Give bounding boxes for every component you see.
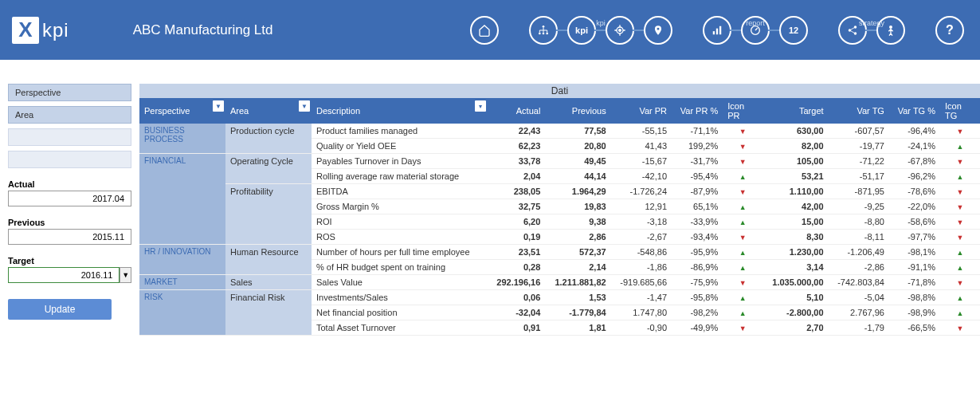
calendar-icon[interactable]: 12: [779, 16, 808, 45]
icontg-cell: ▼: [940, 199, 980, 214]
col-previous[interactable]: Previous: [545, 98, 610, 124]
col-var-tg-pct[interactable]: Var TG %: [889, 98, 940, 124]
home-icon[interactable]: [470, 16, 499, 45]
col-icon-tg[interactable]: Icon TG: [940, 98, 980, 124]
varprpct-cell: -87,9%: [672, 184, 723, 199]
col-var-pr-pct[interactable]: Var PR %: [672, 98, 723, 124]
previous-cell: 572,37: [545, 245, 610, 260]
iconpr-cell: ▼: [723, 230, 762, 245]
actual-input[interactable]: [8, 191, 131, 206]
help-icon[interactable]: ?: [935, 16, 964, 45]
svg-point-5: [619, 29, 621, 31]
col-target[interactable]: Target: [762, 98, 828, 124]
actual-cell: 2,04: [488, 169, 545, 184]
target-input[interactable]: [8, 267, 120, 283]
iconpr-cell: ▼: [723, 275, 762, 290]
crosshair-icon[interactable]: [606, 16, 634, 45]
content: Perspective Area Actual Previous Target …: [0, 84, 980, 336]
target-cell: 630,00: [762, 124, 828, 139]
previous-input[interactable]: [8, 229, 131, 245]
previous-cell: 77,58: [545, 124, 610, 139]
varpr-cell: -548,86: [611, 245, 672, 260]
desc-cell: Payables Turnover in Days: [312, 154, 488, 169]
hierarchy-icon[interactable]: [529, 16, 558, 45]
area-cell: Human Resource: [225, 245, 312, 275]
location-icon[interactable]: [644, 16, 672, 45]
desc-cell: Investments/Sales: [312, 290, 488, 305]
target-dropdown-icon[interactable]: ▼: [120, 267, 131, 283]
desc-cell: Number of hours per full time employee: [312, 245, 488, 260]
vartgpct-cell: -71,8%: [889, 275, 940, 290]
kpi-text-icon[interactable]: kpi: [567, 16, 596, 45]
col-area[interactable]: Area▼: [225, 98, 312, 124]
svg-point-13: [889, 26, 892, 29]
col-icon-pr[interactable]: Icon PR: [723, 98, 762, 124]
icontg-cell: ▲: [940, 290, 980, 305]
actual-cell: 238,05: [488, 184, 545, 199]
chart-icon[interactable]: [703, 16, 731, 45]
vartgpct-cell: -78,6%: [889, 184, 940, 199]
area-cell: Sales: [225, 275, 312, 290]
header-nav: kpi kpi report 12 strategy ?: [470, 0, 964, 60]
iconpr-cell: ▼: [723, 184, 762, 199]
actual-cell: 62,23: [488, 139, 545, 154]
empty-filter-1[interactable]: [8, 128, 131, 146]
varprpct-cell: -31,7%: [672, 154, 723, 169]
vartgpct-cell: -58,6%: [889, 214, 940, 230]
icontg-cell: ▼: [940, 124, 980, 139]
area-cell: Production cycle: [225, 124, 312, 154]
empty-filter-2[interactable]: [8, 151, 131, 168]
actual-cell: 292.196,16: [488, 275, 545, 290]
table-row: BUSINESS PROCESSProduction cycleProduct …: [139, 124, 980, 139]
table-title: Dati: [139, 84, 980, 98]
target-cell: 3,14: [762, 260, 828, 275]
table-row: MARKETSalesSales Value292.196,161.211.88…: [139, 275, 980, 290]
target-cell: 42,00: [762, 199, 828, 214]
target-cell: 5,10: [762, 290, 828, 305]
desc-cell: % of HR budget spent on training: [312, 260, 488, 275]
perspective-cell: FINANCIAL: [139, 154, 225, 245]
iconpr-cell: ▼: [723, 154, 762, 169]
varpr-cell: -2,67: [611, 230, 672, 245]
previous-cell: 2,86: [545, 230, 610, 245]
vartg-cell: -871,95: [829, 184, 889, 199]
update-button[interactable]: Update: [8, 299, 112, 320]
varpr-cell: -42,10: [611, 169, 672, 184]
filter-icon[interactable]: ▾: [475, 100, 486, 112]
actual-cell: 0,19: [488, 230, 545, 245]
iconpr-cell: ▲: [723, 199, 762, 214]
vartgpct-cell: -96,4%: [889, 124, 940, 139]
vartgpct-cell: -91,1%: [889, 260, 940, 275]
varprpct-cell: -86,9%: [672, 260, 723, 275]
nav-group-strategy: strategy: [838, 16, 905, 45]
iconpr-cell: ▼: [723, 139, 762, 154]
table-row: RISKFinancial RiskInvestments/Sales0,061…: [139, 290, 980, 305]
col-actual[interactable]: Actual: [488, 98, 545, 124]
varprpct-cell: -75,9%: [672, 275, 723, 290]
col-perspective[interactable]: Perspective▼: [139, 98, 225, 124]
col-var-pr[interactable]: Var PR: [611, 98, 672, 124]
icontg-cell: ▲: [940, 139, 980, 154]
target-cell: 2,70: [762, 320, 828, 336]
target-cell: 1.110,00: [762, 184, 828, 199]
iconpr-cell: ▲: [723, 260, 762, 275]
icontg-cell: ▲: [940, 169, 980, 184]
filter-icon[interactable]: ▼: [213, 100, 224, 112]
varpr-cell: -1.726,24: [611, 184, 672, 199]
filter-icon[interactable]: ▼: [299, 100, 310, 112]
vartg-cell: -51,17: [829, 169, 889, 184]
svg-point-1: [539, 32, 541, 34]
col-var-tg[interactable]: Var TG: [829, 98, 889, 124]
desc-cell: Rolling average raw material storage: [312, 169, 488, 184]
icontg-cell: ▼: [940, 184, 980, 199]
perspective-filter[interactable]: Perspective: [8, 84, 131, 101]
vartg-cell: -8,11: [829, 230, 889, 245]
target-cell: 53,21: [762, 169, 828, 184]
table-row: HR / INNOVATIONHuman ResourceNumber of h…: [139, 245, 980, 260]
area-filter[interactable]: Area: [8, 106, 131, 124]
svg-point-12: [854, 32, 857, 35]
desc-cell: Net financial position: [312, 305, 488, 320]
vartg-cell: -742.803,84: [829, 275, 889, 290]
col-description[interactable]: Description▾: [312, 98, 488, 124]
previous-cell: 2,14: [545, 260, 610, 275]
